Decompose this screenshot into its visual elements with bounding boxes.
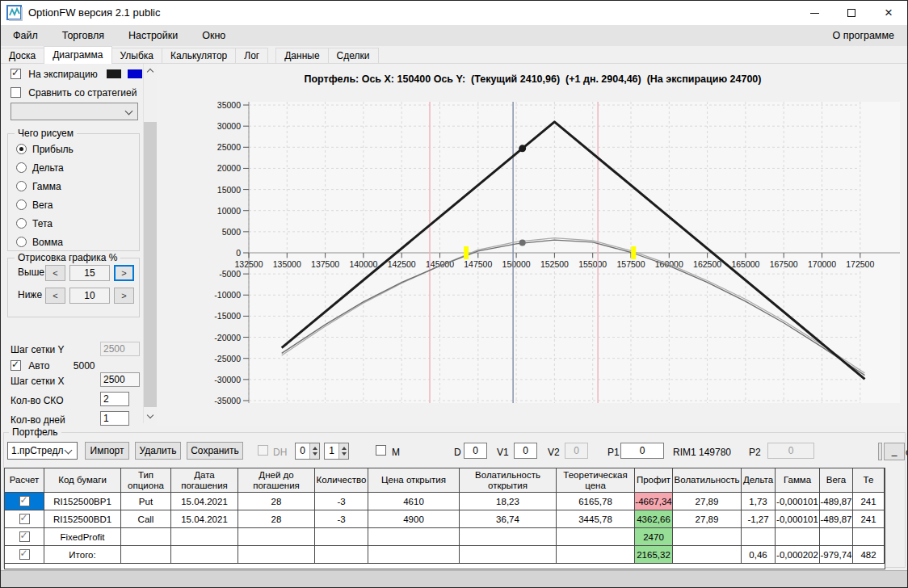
column-header-3[interactable]: Дата погашения <box>171 468 238 493</box>
v2-field[interactable]: 0 <box>565 443 588 459</box>
tab-6[interactable]: Сделки <box>328 48 379 63</box>
save-button[interactable]: Сохранить <box>187 442 243 460</box>
below-increment-button[interactable]: > <box>114 288 134 304</box>
strategy-compare-dropdown[interactable] <box>11 103 138 120</box>
above-increment-button[interactable]: > <box>114 265 134 281</box>
radio-icon[interactable] <box>16 200 27 210</box>
tab-4[interactable]: Лог <box>235 48 268 63</box>
table-cell[interactable]: 241 <box>853 493 885 510</box>
table-cell[interactable]: RI152500BP1 <box>44 493 121 510</box>
table-cell[interactable] <box>171 546 238 564</box>
chart-area[interactable]: Портфель: Ось X: 150400 Ось Y: (Текущий … <box>157 64 908 426</box>
table-cell[interactable] <box>673 546 742 564</box>
column-header-12[interactable]: Гамма <box>776 468 820 493</box>
compare-strategy-checkbox[interactable] <box>11 87 21 98</box>
column-header-2[interactable]: Тип опциона <box>121 468 171 493</box>
expiration-color-swatch[interactable] <box>107 69 121 78</box>
spinner-b-arrows[interactable] <box>338 443 348 459</box>
grid-y-input[interactable] <box>100 342 140 356</box>
expiration-checkbox[interactable] <box>11 69 21 79</box>
table-cell[interactable]: 36,74 <box>460 510 557 528</box>
radio-row-0[interactable]: Прибыль <box>16 144 74 162</box>
table-cell[interactable]: 28 <box>238 493 315 510</box>
radio-icon[interactable] <box>16 237 27 247</box>
table-cell[interactable]: -489,87 <box>820 510 853 528</box>
portfolio-select[interactable]: 1.прСтредл <box>7 442 78 460</box>
column-header-4[interactable]: Дней до погашения <box>238 468 315 493</box>
row-calc-checkbox[interactable] <box>19 514 30 524</box>
table-cell[interactable] <box>742 528 776 546</box>
table-cell[interactable] <box>238 546 315 564</box>
table-row[interactable]: FixedProfit2470 <box>5 528 885 546</box>
tab-0[interactable]: Доска <box>0 48 44 63</box>
column-header-11[interactable]: Дельта <box>742 468 776 493</box>
chart-svg[interactable]: -35000-30000-25000-20000-15000-10000-500… <box>157 64 908 426</box>
row-calc-checkbox-cell[interactable] <box>5 493 44 510</box>
positions-table[interactable]: РасчетКод бумагиТип опционаДата погашени… <box>4 468 885 569</box>
table-cell[interactable]: Put <box>121 493 171 510</box>
column-header-1[interactable]: Код бумаги <box>44 468 121 493</box>
table-cell[interactable] <box>121 546 171 564</box>
table-cell[interactable]: Итого: <box>44 546 121 564</box>
table-cell[interactable]: -0,000101 <box>776 510 820 528</box>
table-row[interactable]: Итого:2165,320,46-0,000202-979,74482 <box>5 546 885 564</box>
table-row[interactable]: RI152500BP1Put15.04.202128-3461018,23616… <box>5 493 885 510</box>
radio-icon[interactable] <box>16 162 27 173</box>
table-cell[interactable] <box>820 528 853 546</box>
column-header-8[interactable]: Теоретическая цена <box>557 468 635 493</box>
row-calc-checkbox-cell[interactable] <box>5 546 44 564</box>
table-cell[interactable]: 482 <box>853 546 885 564</box>
table-cell[interactable]: FixedProfit <box>44 528 121 546</box>
table-cell[interactable] <box>557 546 635 564</box>
table-cell[interactable]: 27,89 <box>673 510 742 528</box>
table-cell[interactable]: -0,000101 <box>776 493 820 510</box>
menu-item-about[interactable]: О программе <box>826 25 901 46</box>
table-cell[interactable]: 15.04.2021 <box>171 510 238 528</box>
table-cell[interactable]: 18,23 <box>460 493 557 510</box>
p1-field[interactable]: 0 <box>620 443 664 459</box>
table-cell[interactable]: 4900 <box>368 510 460 528</box>
table-cell[interactable]: 4610 <box>368 493 460 510</box>
column-header-7[interactable]: Волатильность открытия <box>460 468 557 493</box>
menu-item-0[interactable]: Файл <box>1 25 50 46</box>
m-checkbox[interactable] <box>376 445 386 456</box>
table-cell[interactable] <box>853 528 885 546</box>
scroll-up-button[interactable] <box>144 64 158 78</box>
radio-row-3[interactable]: Вега <box>16 200 74 218</box>
menu-item-2[interactable]: Настройки <box>116 25 190 46</box>
table-row[interactable]: RI152500BD1Call15.04.202128-3490036,7434… <box>5 510 885 528</box>
below-value[interactable]: 10 <box>69 288 110 304</box>
table-cell[interactable]: 2470 <box>635 528 673 546</box>
menu-item-3[interactable]: Окно <box>190 25 238 46</box>
table-cell[interactable] <box>557 528 635 546</box>
table-cell[interactable]: 4362,66 <box>635 510 673 528</box>
radio-icon[interactable] <box>16 218 27 229</box>
table-cell[interactable] <box>460 546 557 564</box>
p2-field[interactable]: 0 <box>767 443 814 459</box>
table-cell[interactable] <box>315 528 368 546</box>
table-cell[interactable]: -3 <box>315 493 368 510</box>
tab-5[interactable]: Данные <box>275 48 328 63</box>
column-header-10[interactable]: Волатильность <box>673 468 742 493</box>
table-cell[interactable]: -979,74 <box>820 546 853 564</box>
table-cell[interactable]: 27,89 <box>673 493 742 510</box>
grid-x-input[interactable] <box>100 372 140 387</box>
table-cell[interactable]: 3445,78 <box>557 510 635 528</box>
table-cell[interactable]: 1,73 <box>742 493 776 510</box>
current-color-swatch[interactable] <box>128 69 142 78</box>
delete-button[interactable]: Удалить <box>135 442 181 460</box>
above-decrement-button[interactable]: < <box>45 265 65 281</box>
table-cell[interactable]: -3 <box>315 510 368 528</box>
row-calc-checkbox-cell[interactable] <box>5 510 44 528</box>
above-value[interactable]: 15 <box>69 265 110 281</box>
days-count-input[interactable] <box>100 411 129 426</box>
sidebar-scrollbar[interactable] <box>143 64 157 423</box>
sko-count-input[interactable] <box>100 392 129 406</box>
radio-row-2[interactable]: Гамма <box>16 181 74 200</box>
auto-checkbox[interactable] <box>11 360 21 371</box>
table-cell[interactable]: -1,27 <box>742 510 776 528</box>
row-calc-checkbox-cell[interactable] <box>5 528 44 546</box>
column-header-14[interactable]: Те <box>853 468 885 493</box>
row-calc-checkbox[interactable] <box>19 496 30 506</box>
tab-2[interactable]: Улыбка <box>111 48 163 63</box>
